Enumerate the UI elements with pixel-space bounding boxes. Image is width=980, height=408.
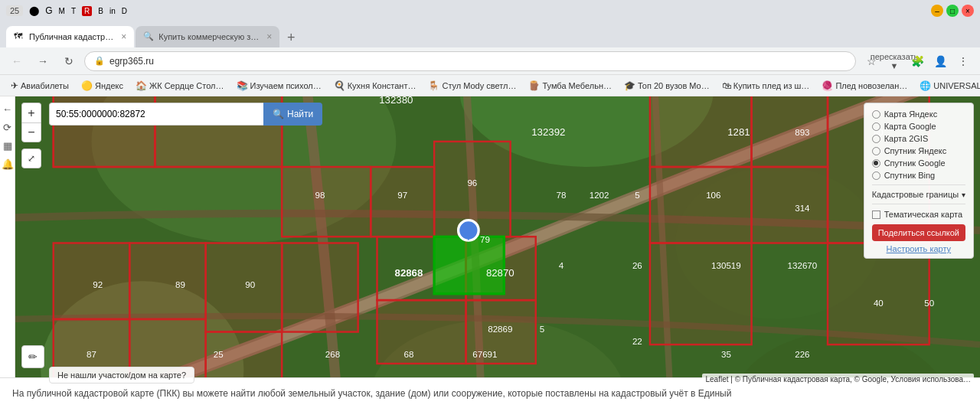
close-button[interactable]: ×	[962, 5, 974, 17]
new-tab-button[interactable]: +	[281, 28, 301, 47]
title-bar: 25 ⬤ G M T R B in D – □ ×	[0, 0, 980, 21]
bookmark-kitchen[interactable]: 🍳 Кухня Констант…	[329, 79, 421, 93]
map-type-bing-sputnik[interactable]: Спутник Bing	[872, 169, 965, 181]
bookmark-psych[interactable]: 📚 Изучаем психол…	[232, 79, 326, 93]
svg-rect-25	[752, 96, 828, 167]
nav-bar: ← → ↻ 🔒 egrp365.ru ☆ пересказать ▼ 🧩 👤 ⋮	[0, 47, 980, 75]
main-content: ← ⟳ ▦ 🔔	[0, 96, 980, 390]
map-container[interactable]: 82868 82870 82869 98 97 96 92 99 5 1202 …	[15, 96, 980, 390]
svg-text:67691: 67691	[472, 349, 497, 359]
map-search-button[interactable]: 🔍 Найти	[263, 103, 322, 126]
svg-text:87: 87	[87, 349, 96, 359]
zoom-in-button[interactable]: +	[21, 103, 41, 122]
thematic-map-checkbox[interactable]	[872, 211, 880, 219]
not-found-banner: Не нашли участок/дом на карте?	[49, 367, 194, 384]
map-type-google-karta[interactable]: Карта Google	[872, 120, 965, 132]
map-type-google-karta-label: Карта Google	[884, 122, 936, 131]
share-link-button[interactable]: Поделиться ссылкой	[872, 224, 965, 241]
map-type-2gis[interactable]: Карта 2GIS	[872, 132, 965, 145]
address-bar[interactable]: 🔒 egrp365.ru	[84, 51, 856, 71]
bookmark-psych-label: Изучаем психол…	[250, 81, 322, 90]
url-text: egrp365.ru	[109, 56, 846, 67]
profile-button[interactable]: 👤	[929, 51, 951, 72]
window-controls: – □ ×	[931, 5, 974, 17]
menu-button[interactable]: ⋮	[952, 51, 974, 72]
map-type-yandex-sputnik-label: Спутник Яндекс	[884, 146, 947, 155]
cadastral-boundaries-label: Кадастровые границы	[872, 190, 959, 199]
cadastral-dropdown-arrow: ▾	[962, 191, 965, 199]
browser-icon-6: B	[98, 7, 103, 15]
map-search: 🔍 Найти	[49, 103, 322, 126]
tab-cadastr-favicon: 🗺	[14, 31, 24, 42]
configure-map-link[interactable]: Настроить карту	[872, 244, 965, 253]
bookmark-tumba-label: Тумба Мебельн…	[542, 81, 612, 90]
tab-commercial-label: Купить коммерческую з…	[158, 32, 259, 41]
sidebar-icon-1[interactable]: ←	[2, 103, 14, 115]
tab-commercial-close[interactable]: ×	[266, 31, 272, 42]
map-search-input[interactable]	[49, 103, 263, 126]
cadastral-boundaries-dropdown[interactable]: Кадастровые границы ▾	[872, 188, 965, 201]
svg-text:68: 68	[403, 349, 413, 359]
zoom-controls: + −	[21, 103, 41, 142]
radio-2gis[interactable]	[872, 135, 880, 143]
bookmark-chair[interactable]: 🪑 Стул Mody светл…	[423, 79, 521, 93]
reload-button[interactable]: ↻	[58, 51, 80, 72]
map-type-divider	[872, 184, 965, 185]
map-type-google-sputnik[interactable]: Спутник Google	[872, 157, 965, 169]
zoom-out-button[interactable]: −	[21, 122, 41, 142]
minimize-button[interactable]: –	[931, 5, 943, 17]
sidebar-icon-3[interactable]: ▦	[2, 139, 14, 152]
sidebar-icon-2[interactable]: ⟳	[2, 121, 14, 133]
back-button[interactable]: ←	[6, 51, 28, 72]
bookmark-universal[interactable]: 🌐 UNIVERSAL BRO…	[915, 79, 980, 93]
svg-text:1202: 1202	[590, 190, 609, 200]
sidebar-icon-4[interactable]: 🔔	[2, 158, 14, 170]
svg-rect-35	[206, 243, 282, 332]
svg-text:314: 314	[795, 203, 810, 213]
radio-google-karta[interactable]	[872, 122, 880, 131]
bookmark-tumba[interactable]: 🪵 Тумба Мебельн…	[524, 79, 616, 93]
svg-text:132670: 132670	[788, 260, 818, 270]
tab-cadastr[interactable]: 🗺 Публичная кадастр… ×	[6, 26, 134, 47]
forward-button[interactable]: →	[32, 51, 54, 72]
bookmark-pled2[interactable]: 🧶 Плед новозелан…	[817, 79, 912, 93]
extensions-button[interactable]: 🧩	[906, 51, 928, 72]
thematic-map-row[interactable]: Тематическая карта	[872, 207, 965, 221]
svg-text:92: 92	[93, 279, 103, 289]
tab-commercial[interactable]: 🔍 Купить коммерческую з… ×	[136, 26, 279, 47]
maximize-button[interactable]: □	[946, 5, 959, 17]
search-btn-label: Найти	[287, 109, 313, 119]
translate-button[interactable]: пересказать ▼	[884, 51, 905, 72]
thematic-map-label: Тематическая карта	[884, 210, 962, 219]
map-type-divider-2	[872, 204, 965, 204]
browser-icon-1: ⬤	[29, 5, 39, 16]
bookmark-top20[interactable]: 🎓 Топ 20 вузов Мо…	[619, 79, 714, 93]
bookmark-aviabilety[interactable]: ✈ Авиабилеты	[6, 79, 74, 93]
tab-cadastr-label: Публичная кадастр…	[29, 32, 113, 41]
map-type-yandex-karta[interactable]: Карта Яндекс	[872, 108, 965, 120]
bookmark-pled[interactable]: 🛍 Купить плед из ш…	[717, 79, 815, 93]
tab-cadastr-close[interactable]: ×	[121, 31, 126, 42]
map-type-yandex-sputnik[interactable]: Спутник Яндекс	[872, 145, 965, 157]
edit-map-button[interactable]: ✏	[21, 345, 44, 368]
nav-actions: ☆ пересказать ▼ 🧩 👤 ⋮	[861, 51, 974, 72]
bookmark-zhk[interactable]: 🏠 ЖК Сердце Стол…	[131, 79, 228, 93]
radio-yandex-sputnik[interactable]	[872, 147, 880, 155]
radio-google-sputnik[interactable]	[872, 159, 880, 168]
svg-rect-20	[377, 300, 466, 364]
map-type-panel: Карта Яндекс Карта Google Карта 2GIS Спу…	[864, 103, 974, 259]
fullscreen-button[interactable]: ⤢	[21, 149, 41, 168]
tab-bar: 🗺 Публичная кадастр… × 🔍 Купить коммерче…	[0, 21, 980, 47]
radio-bing-sputnik[interactable]	[872, 171, 880, 180]
svg-text:25: 25	[214, 349, 224, 359]
bookmark-chair-icon: 🪑	[428, 80, 439, 91]
bookmark-yandex[interactable]: 🟡 Яндекс	[77, 79, 128, 93]
svg-rect-17	[371, 167, 434, 237]
bottom-bar-text: На публичной кадастровой карте (ПКК) вы …	[12, 388, 731, 399]
map-svg: 82868 82870 82869 98 97 96 92 99 5 1202 …	[15, 96, 980, 390]
profile-number: 25	[6, 5, 23, 16]
radio-yandex-karta[interactable]	[872, 110, 880, 119]
svg-text:5: 5	[635, 190, 639, 200]
bookmark-pled-icon: 🛍	[722, 80, 731, 91]
svg-text:268: 268	[325, 349, 340, 359]
